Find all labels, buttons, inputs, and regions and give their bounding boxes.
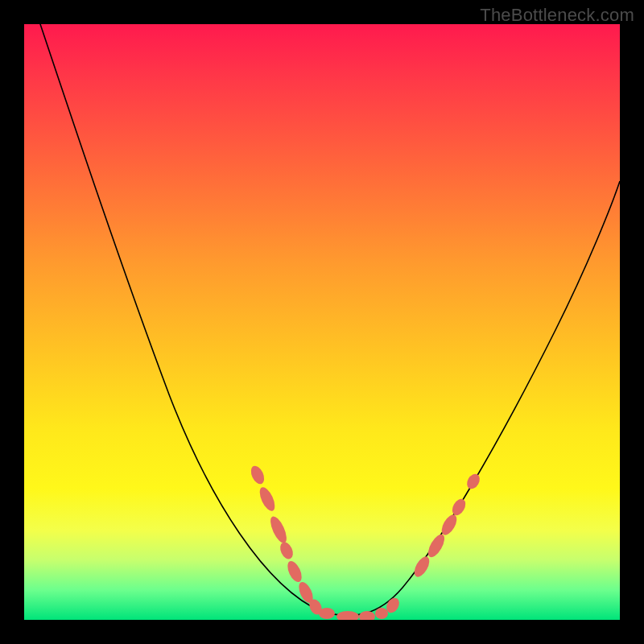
- curve-marker: [359, 611, 375, 620]
- curve-marker: [336, 611, 359, 620]
- curve-marker: [267, 514, 290, 546]
- watermark-text: TheBottleneck.com: [480, 5, 634, 26]
- curve-marker: [449, 497, 468, 518]
- curve-marker: [411, 554, 432, 579]
- curve-marker: [249, 464, 267, 486]
- curve-marker: [278, 540, 295, 561]
- curve-layer: [24, 24, 620, 620]
- chart-frame: TheBottleneck.com: [0, 0, 644, 644]
- curve-marker: [464, 472, 482, 491]
- curve-marker: [257, 485, 278, 514]
- marker-group: [249, 464, 482, 620]
- curve-marker: [375, 608, 388, 619]
- bottleneck-curve: [24, 24, 620, 616]
- curve-marker: [285, 559, 305, 584]
- curve-marker: [425, 532, 448, 560]
- curve-marker: [319, 608, 335, 619]
- plot-area: [24, 24, 620, 620]
